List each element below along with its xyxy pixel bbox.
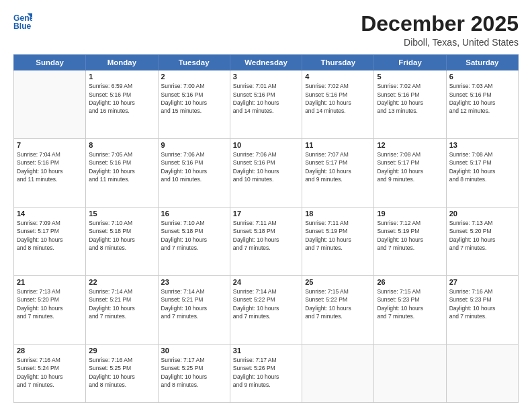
day-number: 24	[233, 278, 299, 286]
day-number: 20	[449, 210, 515, 218]
day-number: 18	[305, 210, 371, 218]
logo-icon: General Blue	[13, 12, 32, 31]
table-row: 19Sunrise: 7:12 AM Sunset: 5:19 PM Dayli…	[374, 208, 446, 276]
day-number: 27	[449, 278, 515, 286]
table-row: 21Sunrise: 7:13 AM Sunset: 5:20 PM Dayli…	[14, 276, 86, 345]
table-row: 29Sunrise: 7:16 AM Sunset: 5:25 PM Dayli…	[86, 345, 158, 403]
day-info: Sunrise: 7:05 AM Sunset: 5:16 PM Dayligh…	[89, 150, 154, 183]
table-row: 22Sunrise: 7:14 AM Sunset: 5:21 PM Dayli…	[86, 276, 158, 345]
header: General Blue December 2025 Diboll, Texas…	[13, 12, 519, 48]
day-info: Sunrise: 7:13 AM Sunset: 5:20 PM Dayligh…	[17, 287, 83, 320]
day-number: 2	[161, 73, 227, 81]
table-row	[374, 345, 446, 403]
day-info: Sunrise: 7:14 AM Sunset: 5:21 PM Dayligh…	[161, 287, 227, 320]
day-number: 3	[233, 73, 299, 81]
col-wednesday: Wednesday	[230, 55, 302, 71]
day-number: 16	[161, 210, 227, 218]
day-info: Sunrise: 7:00 AM Sunset: 5:16 PM Dayligh…	[161, 82, 227, 115]
calendar-header-row: Sunday Monday Tuesday Wednesday Thursday…	[14, 55, 519, 71]
day-number: 5	[377, 73, 443, 81]
table-row: 18Sunrise: 7:11 AM Sunset: 5:19 PM Dayli…	[302, 208, 374, 276]
day-number: 21	[17, 278, 83, 286]
day-info: Sunrise: 7:14 AM Sunset: 5:22 PM Dayligh…	[233, 287, 299, 320]
day-info: Sunrise: 7:12 AM Sunset: 5:19 PM Dayligh…	[377, 219, 443, 252]
table-row: 4Sunrise: 7:02 AM Sunset: 5:16 PM Daylig…	[302, 71, 374, 139]
day-info: Sunrise: 7:11 AM Sunset: 5:18 PM Dayligh…	[233, 219, 299, 252]
day-number: 10	[233, 141, 299, 149]
day-info: Sunrise: 7:17 AM Sunset: 5:25 PM Dayligh…	[161, 356, 227, 389]
svg-text:Blue: Blue	[13, 21, 32, 31]
day-info: Sunrise: 7:14 AM Sunset: 5:21 PM Dayligh…	[89, 287, 154, 320]
day-info: Sunrise: 7:02 AM Sunset: 5:16 PM Dayligh…	[377, 82, 443, 115]
table-row: 25Sunrise: 7:15 AM Sunset: 5:22 PM Dayli…	[302, 276, 374, 345]
col-friday: Friday	[374, 55, 446, 71]
table-row: 3Sunrise: 7:01 AM Sunset: 5:16 PM Daylig…	[230, 71, 302, 139]
table-row: 17Sunrise: 7:11 AM Sunset: 5:18 PM Dayli…	[230, 208, 302, 276]
page: General Blue December 2025 Diboll, Texas…	[0, 0, 532, 411]
day-info: Sunrise: 7:16 AM Sunset: 5:25 PM Dayligh…	[89, 356, 154, 389]
logo: General Blue	[13, 12, 32, 31]
table-row: 31Sunrise: 7:17 AM Sunset: 5:26 PM Dayli…	[230, 345, 302, 403]
day-info: Sunrise: 7:15 AM Sunset: 5:22 PM Dayligh…	[305, 287, 371, 320]
day-info: Sunrise: 7:07 AM Sunset: 5:17 PM Dayligh…	[305, 150, 371, 183]
table-row: 13Sunrise: 7:08 AM Sunset: 5:17 PM Dayli…	[446, 139, 518, 208]
table-row: 9Sunrise: 7:06 AM Sunset: 5:16 PM Daylig…	[158, 139, 230, 208]
day-info: Sunrise: 7:04 AM Sunset: 5:16 PM Dayligh…	[17, 150, 83, 183]
table-row: 14Sunrise: 7:09 AM Sunset: 5:17 PM Dayli…	[14, 208, 86, 276]
day-number: 14	[17, 210, 83, 218]
table-row: 2Sunrise: 7:00 AM Sunset: 5:16 PM Daylig…	[158, 71, 230, 139]
table-row: 27Sunrise: 7:16 AM Sunset: 5:23 PM Dayli…	[446, 276, 518, 345]
day-number: 12	[377, 141, 443, 149]
day-number: 8	[89, 141, 154, 149]
day-info: Sunrise: 7:15 AM Sunset: 5:23 PM Dayligh…	[377, 287, 443, 320]
day-info: Sunrise: 6:59 AM Sunset: 5:16 PM Dayligh…	[89, 82, 154, 115]
table-row: 12Sunrise: 7:08 AM Sunset: 5:17 PM Dayli…	[374, 139, 446, 208]
table-row: 5Sunrise: 7:02 AM Sunset: 5:16 PM Daylig…	[374, 71, 446, 139]
table-row: 15Sunrise: 7:10 AM Sunset: 5:18 PM Dayli…	[86, 208, 158, 276]
day-number: 7	[17, 141, 83, 149]
day-info: Sunrise: 7:10 AM Sunset: 5:18 PM Dayligh…	[89, 219, 154, 252]
day-number: 9	[161, 141, 227, 149]
col-sunday: Sunday	[14, 55, 86, 71]
day-info: Sunrise: 7:01 AM Sunset: 5:16 PM Dayligh…	[233, 82, 299, 115]
table-row: 8Sunrise: 7:05 AM Sunset: 5:16 PM Daylig…	[86, 139, 158, 208]
title-block: December 2025 Diboll, Texas, United Stat…	[361, 12, 519, 48]
table-row: 24Sunrise: 7:14 AM Sunset: 5:22 PM Dayli…	[230, 276, 302, 345]
day-info: Sunrise: 7:16 AM Sunset: 5:23 PM Dayligh…	[449, 287, 515, 320]
table-row: 23Sunrise: 7:14 AM Sunset: 5:21 PM Dayli…	[158, 276, 230, 345]
table-row: 16Sunrise: 7:10 AM Sunset: 5:18 PM Dayli…	[158, 208, 230, 276]
day-info: Sunrise: 7:17 AM Sunset: 5:26 PM Dayligh…	[233, 356, 299, 389]
day-info: Sunrise: 7:09 AM Sunset: 5:17 PM Dayligh…	[17, 219, 83, 252]
day-info: Sunrise: 7:13 AM Sunset: 5:20 PM Dayligh…	[449, 219, 515, 252]
day-info: Sunrise: 7:02 AM Sunset: 5:16 PM Dayligh…	[305, 82, 371, 115]
day-number: 19	[377, 210, 443, 218]
table-row: 7Sunrise: 7:04 AM Sunset: 5:16 PM Daylig…	[14, 139, 86, 208]
day-number: 26	[377, 278, 443, 286]
table-row: 6Sunrise: 7:03 AM Sunset: 5:16 PM Daylig…	[446, 71, 518, 139]
day-number: 28	[17, 347, 83, 355]
day-info: Sunrise: 7:03 AM Sunset: 5:16 PM Dayligh…	[449, 82, 515, 115]
table-row	[14, 71, 86, 139]
col-thursday: Thursday	[302, 55, 374, 71]
month-title: December 2025	[361, 12, 519, 36]
day-info: Sunrise: 7:08 AM Sunset: 5:17 PM Dayligh…	[449, 150, 515, 183]
table-row: 1Sunrise: 6:59 AM Sunset: 5:16 PM Daylig…	[86, 71, 158, 139]
table-row: 28Sunrise: 7:16 AM Sunset: 5:24 PM Dayli…	[14, 345, 86, 403]
table-row: 30Sunrise: 7:17 AM Sunset: 5:25 PM Dayli…	[158, 345, 230, 403]
day-info: Sunrise: 7:06 AM Sunset: 5:16 PM Dayligh…	[161, 150, 227, 183]
day-info: Sunrise: 7:16 AM Sunset: 5:24 PM Dayligh…	[17, 356, 83, 389]
day-number: 30	[161, 347, 227, 355]
col-saturday: Saturday	[446, 55, 518, 71]
day-number: 13	[449, 141, 515, 149]
day-number: 25	[305, 278, 371, 286]
table-row: 26Sunrise: 7:15 AM Sunset: 5:23 PM Dayli…	[374, 276, 446, 345]
table-row	[302, 345, 374, 403]
col-tuesday: Tuesday	[158, 55, 230, 71]
col-monday: Monday	[86, 55, 158, 71]
day-number: 6	[449, 73, 515, 81]
table-row: 11Sunrise: 7:07 AM Sunset: 5:17 PM Dayli…	[302, 139, 374, 208]
table-row: 10Sunrise: 7:06 AM Sunset: 5:16 PM Dayli…	[230, 139, 302, 208]
day-number: 11	[305, 141, 371, 149]
day-number: 17	[233, 210, 299, 218]
day-info: Sunrise: 7:10 AM Sunset: 5:18 PM Dayligh…	[161, 219, 227, 252]
